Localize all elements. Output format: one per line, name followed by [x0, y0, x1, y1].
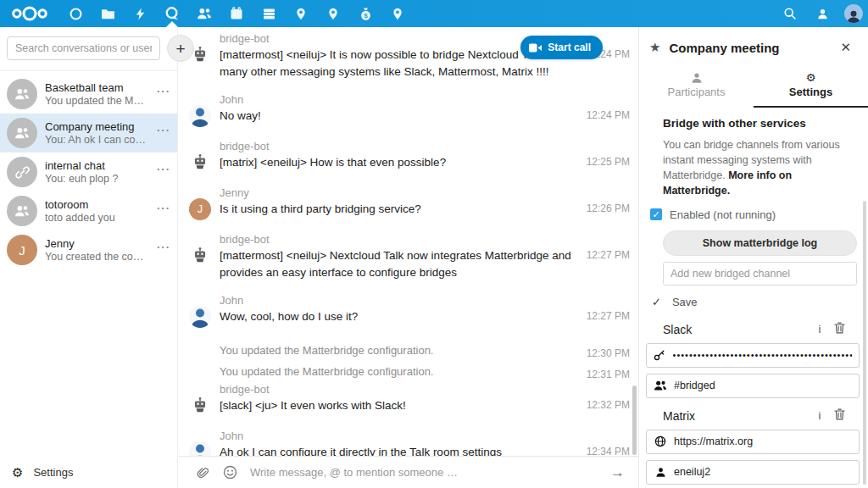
bridge-description: You can bridge channels from various ins…: [663, 137, 854, 199]
pin-icon: [295, 7, 307, 21]
conversation-menu-icon[interactable]: ···: [157, 124, 170, 143]
info-icon[interactable]: i: [810, 409, 829, 422]
topbar-app-talk-bubble-3[interactable]: [156, 0, 188, 27]
message-author: Jenny: [220, 186, 421, 200]
message-content: bridge-bot [slack] <ju> It even works wi…: [220, 383, 406, 417]
system-message-text: You updated the Matterbridge configurati…: [220, 365, 433, 378]
top-navigation-bar: $: [0, 0, 868, 27]
key-icon: [654, 349, 666, 361]
topbar-app-lightning-2[interactable]: [124, 0, 156, 27]
add-bridged-channel-input[interactable]: [663, 262, 857, 286]
message-timestamp: 12:32 PM: [587, 399, 630, 411]
panel-title: Company meeting: [669, 41, 828, 55]
message-author: John: [220, 93, 261, 107]
topbar-app-calendar-5[interactable]: [220, 0, 253, 27]
search-conversations-input[interactable]: [7, 36, 160, 60]
topbar-app-pin-10[interactable]: [381, 0, 414, 27]
people-avatar-icon: [7, 79, 37, 109]
write-message-input[interactable]: [245, 466, 605, 479]
conversation-last-message: You updated the Matterbridge co...: [45, 95, 149, 108]
conversation-item-internal-chat[interactable]: internal chat You: euh plop ? ···: [0, 152, 177, 191]
people-icon: [654, 380, 667, 391]
chat-scrollbar[interactable]: [632, 385, 637, 455]
people-avatar-icon: [7, 118, 37, 148]
talk-bubble-icon: [164, 6, 180, 21]
bot-avatar-icon: [189, 44, 211, 66]
bridge-enabled-checkbox[interactable]: ✓ Enabled (not running): [650, 208, 868, 221]
message-timestamp: 12:25 PM: [587, 156, 630, 168]
info-icon[interactable]: i: [810, 323, 829, 336]
conversation-item-company-meeting[interactable]: Company meeting You: Ah ok I can configu…: [0, 114, 177, 152]
nextcloud-logo-icon[interactable]: [0, 4, 59, 23]
service-field-input[interactable]: #bridged: [646, 374, 860, 398]
conversation-info: internal chat You: euh plop ?: [45, 159, 149, 186]
conversation-last-message: You created the conversation: [45, 251, 149, 263]
conversation-item-totoroom[interactable]: totoroom toto added you ···: [0, 191, 177, 230]
tab-participants[interactable]: Participants: [639, 69, 754, 108]
check-icon: ✓: [652, 296, 661, 308]
conversation-menu-icon[interactable]: ···: [157, 85, 170, 104]
message-content: John Wow, cool, how do I use it?: [220, 294, 358, 328]
message-timestamp: 12:31 PM: [587, 365, 630, 385]
trash-icon[interactable]: [829, 408, 849, 424]
topbar-app-people-4[interactable]: [188, 0, 220, 27]
save-bridge-button[interactable]: ✓ Save: [652, 296, 868, 308]
money-bag-icon: $: [359, 7, 372, 21]
globe-icon: [654, 435, 667, 447]
conversation-item-basketball-team[interactable]: Basketball team You updated the Matterbr…: [0, 75, 177, 114]
service-field-input[interactable]: ••••••••••••••••••••••••••••••••••••••••…: [646, 343, 860, 368]
conversation-info: Jenny You created the conversation: [45, 237, 149, 263]
close-panel-icon[interactable]: ✕: [837, 40, 854, 55]
john-avatar-icon: [189, 441, 211, 456]
system-message-text: You updated the Matterbridge configurati…: [220, 344, 433, 357]
john-avatar-icon: [189, 306, 211, 328]
message-timestamp: 12:34 PM: [587, 446, 630, 456]
favorite-star-icon[interactable]: ★: [649, 40, 660, 55]
service-field-input[interactable]: https://matrix.org: [646, 430, 860, 454]
settings-label: Settings: [33, 466, 73, 479]
topbar-app-pin-7[interactable]: [285, 0, 317, 27]
avatar-initial: J: [189, 198, 211, 220]
conversation-menu-icon[interactable]: ···: [157, 241, 170, 260]
message-timestamp: 12:26 PM: [587, 202, 630, 214]
conversation-settings-panel: ★ Company meeting ✕ Participants⚙Setting…: [638, 27, 868, 488]
message-input-bar: →: [179, 456, 638, 488]
start-call-label: Start call: [548, 42, 591, 53]
person-icon: [654, 467, 667, 478]
tab-settings[interactable]: ⚙Settings: [754, 69, 868, 108]
conversation-name: Company meeting: [45, 120, 149, 134]
conversation-name: internal chat: [45, 159, 149, 173]
chat-message: bridge-bot [mattermost] <neiluj> Nextclo…: [189, 233, 638, 281]
user-avatar[interactable]: [844, 4, 863, 23]
message-author: bridge-bot: [220, 383, 406, 396]
avatar-initial: J: [7, 235, 37, 265]
field-value: #bridged: [674, 380, 715, 391]
topbar-app-pin-8[interactable]: [317, 0, 349, 27]
stack-icon: [262, 7, 276, 20]
message-author: bridge-bot: [220, 140, 446, 153]
save-label: Save: [672, 296, 698, 308]
conversation-item-jenny[interactable]: J Jenny You created the conversation ···: [0, 230, 177, 269]
contacts-menu-icon[interactable]: [812, 3, 832, 24]
conversation-menu-icon[interactable]: ···: [157, 163, 170, 182]
show-matterbridge-log-button[interactable]: Show matterbridge log: [663, 230, 857, 256]
lightning-icon: [134, 7, 147, 21]
start-call-button[interactable]: Start call: [520, 36, 603, 59]
topbar-app-folder-1[interactable]: [92, 0, 124, 27]
service-header: Slack i: [663, 322, 849, 337]
service-title: Slack: [663, 323, 810, 336]
tab-label: Participants: [639, 86, 754, 98]
topbar-app-money-bag-9[interactable]: $: [349, 0, 381, 27]
topbar-app-stack-6[interactable]: [253, 0, 285, 27]
emoji-picker-icon[interactable]: [218, 461, 242, 485]
send-message-icon[interactable]: →: [609, 464, 626, 481]
conversation-menu-icon[interactable]: ···: [157, 202, 170, 221]
unified-search-icon[interactable]: [780, 3, 800, 24]
service-field-input[interactable]: eneiluj2: [646, 460, 860, 485]
panel-scrollbar[interactable]: [863, 201, 866, 485]
topbar-app-circle-0[interactable]: [59, 0, 92, 27]
chat-message: J Jenny Is it using a third party bridgi…: [189, 186, 638, 220]
trash-icon[interactable]: [829, 322, 849, 337]
sidebar-settings-button[interactable]: ⚙ Settings: [0, 456, 177, 488]
attachment-paperclip-icon[interactable]: [191, 461, 214, 485]
